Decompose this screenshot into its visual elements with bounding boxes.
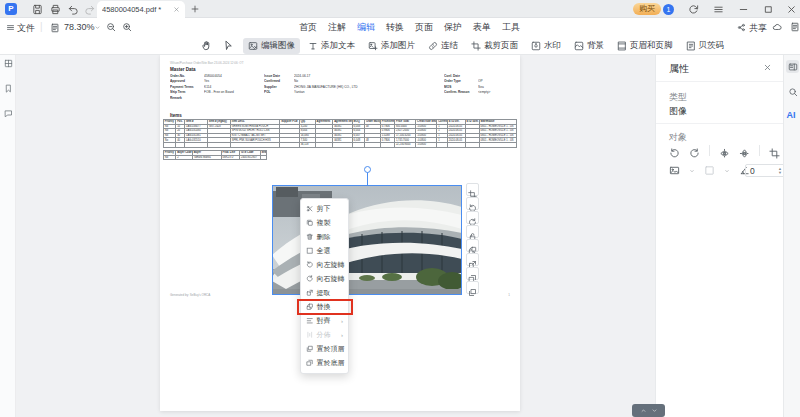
search-rail-button[interactable] [786, 85, 799, 98]
file-menu-icon[interactable] [6, 23, 15, 32]
tool-bates-button[interactable]: 贝茨码 [681, 38, 730, 54]
document-tab[interactable]: 4580004054.pdf * [97, 1, 185, 18]
edit-image-icon [248, 41, 258, 51]
sync-icon[interactable] [688, 4, 699, 15]
rotate-handle[interactable] [364, 166, 371, 173]
zoom-in-icon[interactable] [122, 22, 132, 32]
notification-badge[interactable]: 1 [663, 4, 674, 15]
quick-to-front-button[interactable] [466, 281, 479, 294]
maximize-icon[interactable] [763, 4, 774, 15]
window-close-icon[interactable] [786, 4, 797, 15]
context-menu-item-rotate-right[interactable]: 向右旋轉 [301, 272, 348, 286]
tool-watermark-button[interactable]: 水印 [526, 38, 566, 54]
context-menu-item-select-all[interactable]: 全選 [301, 244, 348, 258]
menu-icon[interactable] [713, 4, 724, 15]
save-icon[interactable] [32, 4, 43, 15]
quick-crop-button[interactable] [466, 183, 479, 196]
quick-extract-button[interactable] [466, 253, 479, 266]
tool-label: 背景 [587, 40, 604, 52]
page-up-icon[interactable] [640, 407, 647, 414]
ribbon-tab-页面[interactable]: 页面 [414, 19, 434, 36]
rotate-right-icon[interactable] [689, 145, 700, 156]
tool-label: 添加图片 [381, 40, 415, 52]
page-nav-widget[interactable] [632, 404, 665, 417]
menu-item-label: 全選 [317, 246, 331, 256]
ribbon-tab-表单[interactable]: 表单 [472, 19, 492, 36]
zoom-out-icon[interactable] [106, 22, 116, 32]
tool-background-button[interactable]: 背景 [569, 38, 609, 54]
rotation-value: 0 [750, 166, 755, 176]
thumbnails-icon[interactable] [4, 59, 13, 68]
tool-add-text-button[interactable]: 添加文本 [303, 38, 360, 54]
context-menu-item-trash[interactable]: 删除 [301, 230, 348, 244]
cloud-icon[interactable] [772, 22, 782, 32]
quick-replace-button[interactable] [466, 239, 479, 252]
share-icon[interactable] [737, 23, 746, 32]
flip-h-icon[interactable] [719, 145, 730, 156]
table-cell [315, 142, 333, 147]
ribbon-tab-工具[interactable]: 工具 [501, 19, 521, 36]
image-fill-icon[interactable] [669, 165, 680, 176]
image-quick-toolbar [466, 183, 479, 294]
tool-crop-button[interactable]: 裁剪页面 [466, 38, 523, 54]
minimize-icon[interactable] [738, 4, 749, 15]
edit-toolbar: 编辑图像添加文本添加图片连结裁剪页面水印背景页眉和页脚贝茨码 [0, 36, 800, 55]
crop-icon[interactable] [769, 145, 780, 156]
context-menu-item-align[interactable]: 對齊› [301, 314, 348, 328]
tool-header-footer-button[interactable]: 页眉和页脚 [612, 38, 678, 54]
properties-rail-button[interactable] [786, 60, 799, 73]
rotation-input[interactable]: 0 ▲▼ [745, 164, 785, 177]
quick-to-back-button[interactable] [466, 267, 479, 280]
context-menu-item-copy[interactable]: 複製 [301, 216, 348, 230]
context-menu-item-extract[interactable]: 提取 [301, 286, 348, 300]
panel-close-icon[interactable] [763, 63, 772, 72]
crop-icon [471, 41, 481, 51]
context-menu-item-rotate-left[interactable]: 向左旋轉 [301, 258, 348, 272]
ai-assistant-button[interactable]: AI [787, 110, 796, 120]
select-tool-icon[interactable] [223, 40, 234, 51]
menu-item-label: 提取 [317, 288, 331, 298]
crop-icon [468, 185, 477, 194]
comments-icon[interactable] [4, 109, 13, 118]
context-menu-item-cut[interactable]: 剪下 [301, 202, 348, 216]
tool-add-image-button[interactable]: 添加图片 [363, 38, 420, 54]
tab-close-icon[interactable] [173, 6, 180, 13]
border-style-caret-icon[interactable] [724, 168, 730, 174]
context-menu-item-to-back[interactable]: 置於底層 [301, 356, 348, 370]
partial-icon[interactable] [790, 22, 800, 32]
ribbon-tab-注解[interactable]: 注解 [327, 19, 347, 36]
zoom-value[interactable]: 78.30% [64, 22, 95, 32]
undo-icon[interactable] [68, 4, 79, 15]
buy-button[interactable]: 购买 [633, 3, 661, 15]
ribbon-tab-保护[interactable]: 保护 [443, 19, 463, 36]
page-down-icon[interactable] [651, 407, 658, 414]
ribbon-tab-首页[interactable]: 首页 [298, 19, 318, 36]
quick-rotate-left-button[interactable] [466, 197, 479, 210]
rotate-stem [367, 172, 368, 185]
image-fill-caret-icon[interactable] [689, 168, 695, 174]
new-tab-icon[interactable] [190, 4, 200, 14]
quick-lock-button[interactable] [466, 225, 479, 238]
zoom-caret-icon[interactable] [94, 24, 101, 31]
bookmarks-icon[interactable] [4, 84, 13, 93]
table-cell [164, 142, 176, 147]
menu-item-label: 複製 [317, 218, 331, 228]
print-icon[interactable] [50, 4, 61, 15]
tool-link-button[interactable]: 连结 [423, 38, 463, 54]
ribbon-tab-编辑[interactable]: 编辑 [356, 19, 376, 36]
border-style-icon[interactable] [704, 165, 715, 176]
share-label[interactable]: 共享 [749, 22, 767, 35]
rotate-left-icon[interactable] [669, 145, 680, 156]
trash-icon [306, 233, 314, 241]
hand-tool-icon[interactable] [201, 40, 212, 51]
flip-v-icon[interactable] [739, 145, 750, 156]
page-fit-icon[interactable] [50, 23, 60, 33]
table-cell [208, 142, 231, 147]
quick-rotate-right-button[interactable] [466, 211, 479, 224]
table-cell: Tamara Mattila [192, 155, 221, 160]
ribbon-tab-转换[interactable]: 转换 [385, 19, 405, 36]
tool-edit-image-button[interactable]: 编辑图像 [243, 38, 300, 54]
file-menu[interactable]: 文件 [17, 22, 35, 35]
redo-icon[interactable] [84, 4, 95, 15]
context-menu-item-to-front[interactable]: 置於頂層 [301, 342, 348, 356]
